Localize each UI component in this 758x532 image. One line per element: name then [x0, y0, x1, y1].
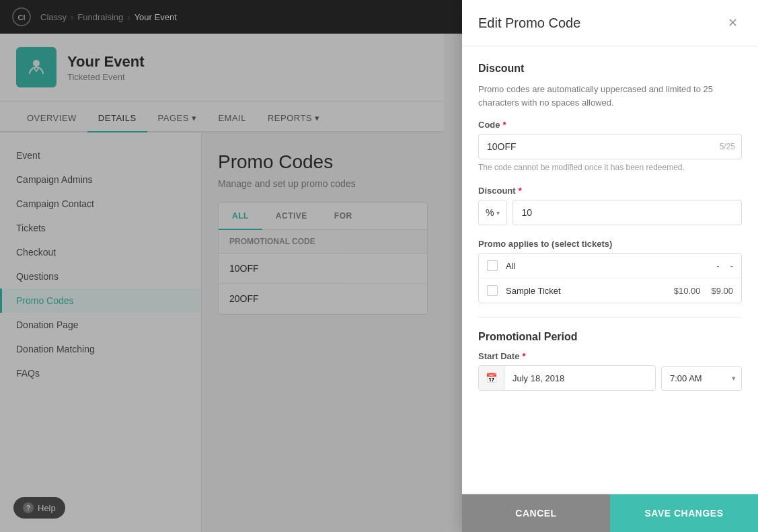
ticket-row-all: All - -	[479, 254, 741, 278]
required-star: *	[503, 120, 506, 130]
start-date-form-group: Start Date * 📅 July 18, 2018 7:00 AM ▾	[478, 351, 742, 391]
discount-row: % ▾	[478, 200, 742, 225]
panel-body: Discount Promo codes are automatically u…	[462, 46, 758, 494]
calendar-icon: 📅	[479, 366, 504, 390]
close-button[interactable]: ✕	[723, 13, 742, 32]
required-star-2: *	[519, 186, 522, 196]
time-select-wrapper[interactable]: 7:00 AM ▾	[661, 366, 742, 391]
ticket-row-sample: Sample Ticket $10.00 $9.00	[479, 278, 741, 303]
date-input-wrapper[interactable]: 📅 July 18, 2018	[478, 365, 656, 391]
cancel-button[interactable]: CANCEL	[462, 494, 610, 532]
chevron-down-icon-time: ▾	[726, 367, 741, 389]
panel-footer: CANCEL SAVE CHANGES	[462, 494, 758, 532]
edit-promo-panel: Edit Promo Code ✕ Discount Promo codes a…	[462, 0, 758, 532]
ticket-checkbox-all[interactable]	[487, 260, 498, 271]
code-form-group: Code * 5/25 The code cannot be modified …	[478, 120, 742, 172]
ticket-price-sample: $10.00	[674, 286, 701, 296]
discount-label-text: Discount	[478, 186, 516, 196]
divider	[478, 317, 742, 317]
start-date-label: Start Date *	[478, 351, 742, 361]
code-counter: 5/25	[720, 142, 735, 151]
applies-to-label: Promo applies to (select tickets)	[478, 239, 742, 249]
promotional-period-section: Promotional Period Start Date * 📅 July 1…	[478, 331, 742, 391]
panel-header: Edit Promo Code ✕	[462, 0, 758, 46]
discount-type-value: %	[486, 207, 494, 218]
ticket-discounted-sample: $9.00	[711, 286, 733, 296]
applies-to-form-group: Promo applies to (select tickets) All - …	[478, 239, 742, 303]
code-input[interactable]	[478, 134, 742, 159]
panel-title: Edit Promo Code	[478, 15, 580, 31]
discount-value-input[interactable]	[513, 200, 742, 225]
ticket-discounted-all: -	[730, 261, 733, 271]
code-label: Code *	[478, 120, 742, 130]
discount-section-title: Discount	[478, 63, 742, 75]
start-time-value: 7:00 AM	[662, 367, 726, 390]
discount-form-group: Discount * % ▾	[478, 186, 742, 225]
ticket-price-all: -	[716, 261, 719, 271]
ticket-name-all: All	[506, 261, 711, 271]
chevron-down-icon-discount: ▾	[496, 209, 500, 217]
discount-type-select[interactable]: % ▾	[478, 200, 507, 225]
tickets-section: All - - Sample Ticket $10.00 $9.00	[478, 253, 742, 303]
applies-to-label-text: Promo applies to (select tickets)	[478, 239, 612, 249]
ticket-checkbox-sample[interactable]	[487, 285, 498, 296]
period-section-title: Promotional Period	[478, 331, 742, 343]
save-button[interactable]: SAVE CHANGES	[610, 494, 758, 532]
required-star-3: *	[522, 351, 525, 361]
start-date-label-text: Start Date	[478, 351, 519, 361]
code-input-wrapper: 5/25	[478, 134, 742, 159]
discount-section-desc: Promo codes are automatically uppercased…	[478, 83, 742, 109]
ticket-name-sample: Sample Ticket	[506, 286, 669, 296]
discount-label: Discount *	[478, 186, 742, 196]
date-row: 📅 July 18, 2018 7:00 AM ▾	[478, 365, 742, 391]
start-date-value: July 18, 2018	[504, 367, 655, 390]
code-label-text: Code	[478, 120, 500, 130]
code-hint: The code cannot be modified once it has …	[478, 163, 742, 172]
